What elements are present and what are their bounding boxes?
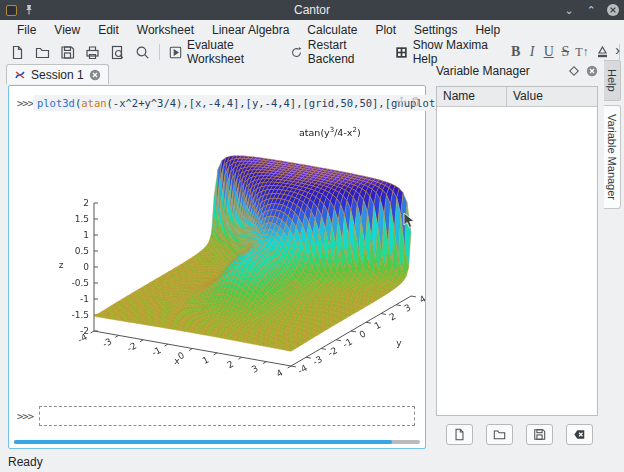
print-icon [85, 45, 100, 60]
menu-item-view[interactable]: View [45, 21, 89, 39]
side-tab-variable-manager[interactable]: Variable Manager [604, 105, 621, 209]
session-icon [14, 69, 26, 81]
save-variables-button[interactable] [526, 424, 553, 445]
maxima-help-icon [395, 45, 408, 60]
close-panel-icon[interactable] [586, 65, 598, 77]
entry-prompt: >>> [13, 410, 39, 422]
status-bar: Ready [0, 452, 624, 472]
menu-item-calculate[interactable]: Calculate [298, 21, 366, 39]
tab-session-1[interactable]: Session 1 [6, 64, 109, 84]
close-window-icon[interactable] [606, 3, 620, 17]
menu-item-linear-algebra[interactable]: Linear Algebra [203, 21, 298, 39]
save-icon [60, 45, 75, 60]
save-icon [533, 428, 546, 441]
fill-color-icon [595, 45, 610, 60]
evaluate-worksheet-label: Evaluate Worksheet [187, 38, 280, 66]
window-title: Cantor [0, 3, 624, 17]
restart-backend-button[interactable]: Restart Backend [285, 41, 390, 63]
float-panel-icon[interactable] [568, 65, 580, 77]
play-icon [169, 45, 182, 60]
find-button[interactable] [130, 41, 155, 63]
clear-variables-button[interactable] [566, 424, 593, 445]
print-preview-button[interactable] [105, 41, 130, 63]
new-command-entry[interactable] [39, 406, 415, 426]
column-header-name[interactable]: Name [437, 87, 507, 106]
superscript-button[interactable]: T↑ [574, 45, 591, 60]
bold-button[interactable]: B [507, 44, 524, 60]
command-token: atan [81, 97, 106, 109]
menu-item-file[interactable]: File [8, 21, 45, 39]
search-icon [135, 45, 150, 60]
menu-item-worksheet[interactable]: Worksheet [128, 21, 203, 39]
underline-button[interactable]: U [540, 44, 557, 60]
column-header-value[interactable]: Value [507, 87, 549, 106]
open-button[interactable] [30, 41, 55, 63]
command-token: plot3d [37, 97, 75, 109]
menu-item-settings[interactable]: Settings [405, 21, 466, 39]
variable-manager-panel: Variable Manager Name Value [432, 60, 602, 449]
drag-handle-icon[interactable] [396, 96, 407, 107]
restart-icon [290, 45, 303, 60]
clear-backspace-icon [573, 428, 586, 441]
tab-session-label: Session 1 [31, 68, 84, 82]
print-button[interactable] [80, 41, 105, 63]
worksheet: >>> plot3d(atan(-x^2+y^3/4),[x,-4,4],[y,… [8, 85, 426, 449]
new-document-icon [10, 45, 25, 60]
toolbar-separator [159, 44, 160, 60]
horizontal-scrollbar[interactable] [14, 440, 420, 444]
save-button[interactable] [55, 41, 80, 63]
close-tab-icon[interactable] [89, 69, 101, 81]
plot3d-output [47, 116, 425, 398]
command-prompt: >>> [13, 97, 33, 109]
side-tab-help[interactable]: Help [604, 60, 621, 101]
italic-button[interactable]: I [524, 44, 541, 60]
menu-item-help[interactable]: Help [466, 21, 509, 39]
new-document-button[interactable] [5, 41, 30, 63]
evaluate-worksheet-button[interactable]: Evaluate Worksheet [164, 41, 285, 63]
scrollbar-thumb[interactable] [14, 440, 392, 444]
menu-bar: FileViewEditWorksheetLinear AlgebraCalcu… [0, 20, 624, 40]
variables-table: Name Value [436, 86, 598, 416]
maximize-icon[interactable]: ⌃ [584, 3, 598, 17]
new-document-icon [453, 428, 466, 441]
new-variable-button[interactable] [446, 424, 473, 445]
menu-item-plot[interactable]: Plot [366, 21, 405, 39]
toolbar-overflow-chevron[interactable]: › [615, 42, 620, 58]
delete-entry-icon[interactable] [410, 96, 421, 107]
status-text: Ready [8, 455, 43, 469]
titlebar: Cantor ⌄ ⌃ [0, 0, 624, 20]
load-variables-button[interactable] [486, 424, 513, 445]
strikethrough-button[interactable]: S [557, 44, 574, 60]
open-folder-icon [493, 428, 506, 441]
minimize-icon[interactable]: ⌄ [562, 3, 576, 17]
mouse-cursor [403, 212, 416, 229]
print-preview-icon [110, 45, 125, 60]
variable-manager-title: Variable Manager [436, 64, 562, 78]
restart-backend-label: Restart Backend [308, 38, 385, 66]
open-folder-icon [35, 45, 50, 60]
side-tab-strip: Help Variable Manager [604, 60, 624, 450]
menu-item-edit[interactable]: Edit [89, 21, 128, 39]
